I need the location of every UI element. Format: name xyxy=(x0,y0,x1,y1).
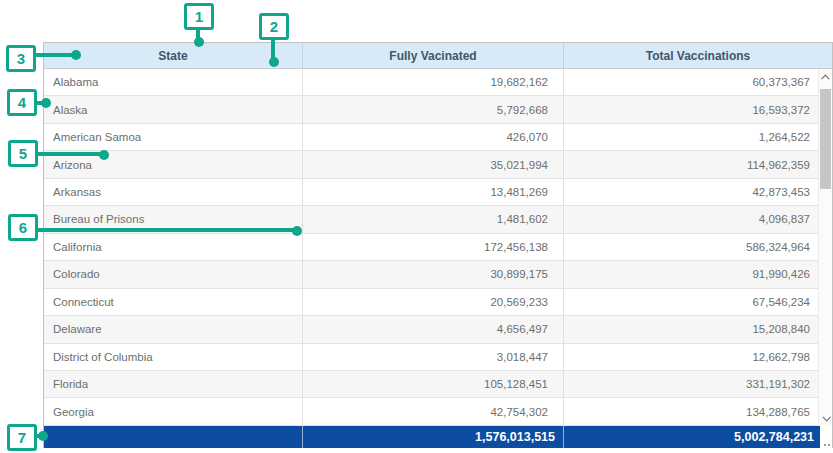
table-row[interactable]: District of Columbia 3,018,447 12,662,79… xyxy=(44,344,832,371)
table-row[interactable]: Alaska 5,792,668 16,593,372 xyxy=(44,96,832,123)
annotation-callout-1: 1 xyxy=(184,3,214,30)
total-vaccinations-cell: 67,546,234 xyxy=(564,289,832,315)
annotation-connector-3 xyxy=(34,53,74,57)
chevron-down-icon xyxy=(822,413,830,421)
annotation-endpoint-1 xyxy=(194,37,204,47)
state-cell: Colorado xyxy=(44,261,303,287)
column-header-total-vaccinations[interactable]: Total Vaccinations xyxy=(564,43,832,68)
table-row[interactable]: Georgia 42,754,302 134,288,765 xyxy=(44,398,832,425)
annotation-callout-3: 3 xyxy=(6,45,36,72)
fully-vaccinated-cell: 1,481,602 xyxy=(303,206,564,232)
annotation-callout-6: 6 xyxy=(8,214,38,241)
fully-vaccinated-cell: 13,481,269 xyxy=(303,179,564,205)
state-cell: Alabama xyxy=(44,69,303,95)
annotation-endpoint-4 xyxy=(41,98,51,108)
annotation-connector-5 xyxy=(36,152,102,156)
fully-vaccinated-cell: 105,128,451 xyxy=(303,371,564,397)
annotation-callout-5: 5 xyxy=(8,140,38,167)
vaccination-data-table: State Fully Vacinated Total Vaccinations… xyxy=(43,42,833,448)
fully-vaccinated-cell: 35,021,994 xyxy=(303,151,564,177)
table-body: Alabama 19,682,162 60,373,367 Alaska 5,7… xyxy=(44,69,832,426)
table-row[interactable]: American Samoa 426,070 1,264,522 xyxy=(44,124,832,151)
vertical-scrollbar[interactable] xyxy=(818,69,832,426)
scroll-down-button[interactable] xyxy=(819,410,832,425)
scrollbar-thumb[interactable] xyxy=(820,89,831,189)
table-row[interactable]: Arizona 35,021,994 114,962,359 xyxy=(44,151,832,178)
grip-dot xyxy=(824,444,826,446)
total-vaccinations-cell: 16,593,372 xyxy=(564,96,832,122)
total-vaccinations-cell: 1,264,522 xyxy=(564,124,832,150)
fully-vaccinated-cell: 42,754,302 xyxy=(303,398,564,424)
resize-grip-icon xyxy=(820,426,832,448)
state-cell: Georgia xyxy=(44,398,303,424)
column-header-fully-vaccinated[interactable]: Fully Vacinated xyxy=(303,43,564,68)
state-cell: Connecticut xyxy=(44,289,303,315)
table-row[interactable]: Connecticut 20,569,233 67,546,234 xyxy=(44,289,832,316)
table-header-row: State Fully Vacinated Total Vaccinations xyxy=(44,43,832,69)
state-cell: Arkansas xyxy=(44,179,303,205)
annotation-connector-6 xyxy=(36,228,294,232)
chevron-up-icon xyxy=(821,74,829,82)
fully-vaccinated-cell: 19,682,162 xyxy=(303,69,564,95)
fully-vaccinated-cell: 5,792,668 xyxy=(303,96,564,122)
annotation-endpoint-7 xyxy=(38,431,48,441)
annotation-endpoint-2 xyxy=(269,57,279,67)
fully-vaccinated-cell: 4,656,497 xyxy=(303,316,564,342)
total-vaccinations-cell: 60,373,367 xyxy=(564,69,832,95)
total-total-vaccinations-cell: 5,002,784,231 xyxy=(564,426,820,448)
total-vaccinations-cell: 42,873,453 xyxy=(564,179,832,205)
grip-dot xyxy=(828,444,830,446)
state-cell: Florida xyxy=(44,371,303,397)
total-state-cell xyxy=(44,426,303,448)
table-row[interactable]: Delaware 4,656,497 15,208,840 xyxy=(44,316,832,343)
total-vaccinations-cell: 114,962,359 xyxy=(564,151,832,177)
state-cell: Alaska xyxy=(44,96,303,122)
table-total-row: 1,576,013,515 5,002,784,231 xyxy=(44,426,832,448)
annotation-endpoint-5 xyxy=(99,150,109,160)
annotation-callout-2: 2 xyxy=(259,13,289,40)
annotation-endpoint-3 xyxy=(71,50,81,60)
scroll-up-button[interactable] xyxy=(819,70,832,85)
annotation-connector-2 xyxy=(271,39,275,59)
totals-bar: 1,576,013,515 5,002,784,231 xyxy=(44,426,820,448)
fully-vaccinated-cell: 426,070 xyxy=(303,124,564,150)
total-vaccinations-cell: 586,324,964 xyxy=(564,234,832,260)
table-row[interactable]: Colorado 30,899,175 91,990,426 xyxy=(44,261,832,288)
fully-vaccinated-cell: 20,569,233 xyxy=(303,289,564,315)
table-row[interactable]: California 172,456,138 586,324,964 xyxy=(44,234,832,261)
total-fully-vaccinated-cell: 1,576,013,515 xyxy=(303,426,564,448)
state-cell: Delaware xyxy=(44,316,303,342)
state-cell: California xyxy=(44,234,303,260)
table-row[interactable]: Alabama 19,682,162 60,373,367 xyxy=(44,69,832,96)
total-vaccinations-cell: 4,096,837 xyxy=(564,206,832,232)
total-vaccinations-cell: 91,990,426 xyxy=(564,261,832,287)
total-vaccinations-cell: 134,288,765 xyxy=(564,398,832,424)
annotation-endpoint-6 xyxy=(292,226,302,236)
column-header-state[interactable]: State xyxy=(44,43,303,68)
fully-vaccinated-cell: 172,456,138 xyxy=(303,234,564,260)
total-vaccinations-cell: 15,208,840 xyxy=(564,316,832,342)
fully-vaccinated-cell: 30,899,175 xyxy=(303,261,564,287)
table-row[interactable]: Arkansas 13,481,269 42,873,453 xyxy=(44,179,832,206)
annotation-callout-7: 7 xyxy=(7,424,37,451)
state-cell: District of Columbia xyxy=(44,344,303,370)
total-vaccinations-cell: 331,191,302 xyxy=(564,371,832,397)
fully-vaccinated-cell: 3,018,447 xyxy=(303,344,564,370)
state-cell: American Samoa xyxy=(44,124,303,150)
table-row[interactable]: Florida 105,128,451 331,191,302 xyxy=(44,371,832,398)
total-vaccinations-cell: 12,662,798 xyxy=(564,344,832,370)
annotation-callout-4: 4 xyxy=(7,89,37,116)
